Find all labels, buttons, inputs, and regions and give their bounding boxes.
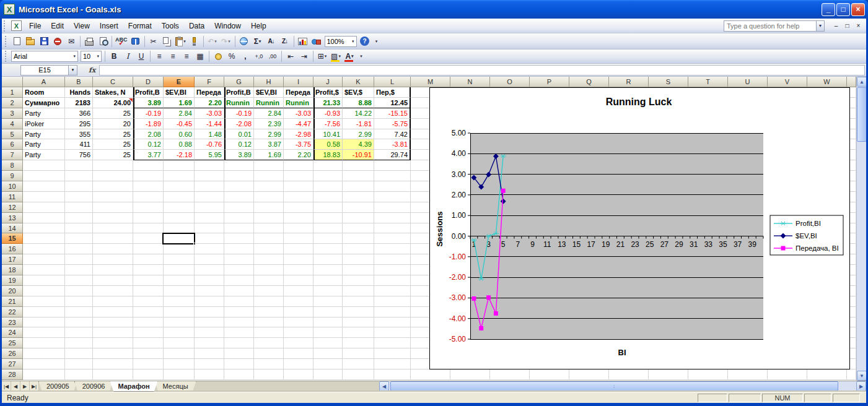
grid-cell[interactable]	[254, 327, 284, 338]
column-header-C[interactable]: C	[93, 77, 133, 87]
grid-cell[interactable]: Party	[23, 108, 65, 119]
grid-cell[interactable]	[313, 202, 343, 213]
grid-cell[interactable]	[224, 171, 254, 181]
row-header-13[interactable]: 13	[2, 213, 23, 223]
maximize-button[interactable]: □	[836, 3, 850, 16]
grid-cell[interactable]	[284, 202, 313, 213]
grid-cell[interactable]	[93, 286, 133, 296]
grid-cell[interactable]	[93, 317, 133, 328]
grid-cell[interactable]	[65, 296, 93, 307]
grid-cell[interactable]: -7.56	[313, 119, 343, 129]
grid-cell[interactable]: -15.15	[374, 108, 411, 119]
help-search-input[interactable]	[724, 20, 817, 32]
grid-cell[interactable]	[93, 369, 133, 380]
grid-cell[interactable]	[164, 317, 195, 328]
grid-cell[interactable]: -0.76	[195, 139, 224, 150]
minimize-button[interactable]: _	[822, 3, 835, 16]
zoom-select[interactable]: 100%▾	[325, 36, 357, 47]
dropdown-arrow-icon[interactable]: ▾	[214, 39, 217, 44]
grid-cell[interactable]	[65, 317, 93, 328]
grid-cell[interactable]: Hands	[65, 87, 93, 98]
hyperlink-button[interactable]	[237, 35, 251, 48]
grid-cell[interactable]: -0.19	[133, 108, 164, 119]
grid-cell[interactable]	[195, 348, 224, 359]
grid-cell[interactable]	[374, 307, 411, 317]
grid-cell[interactable]	[93, 171, 133, 181]
grid-cell[interactable]	[195, 359, 224, 369]
grid-cell[interactable]	[93, 181, 133, 192]
grid-cell[interactable]	[23, 296, 65, 307]
grid-cell[interactable]	[284, 223, 313, 234]
grid-cell[interactable]	[688, 369, 728, 380]
grid-cell[interactable]: 29.74	[374, 150, 411, 160]
format-painter-button[interactable]	[188, 35, 201, 48]
grid-cell[interactable]: 756	[65, 150, 93, 160]
font-name-select[interactable]: Arial▾	[11, 51, 78, 62]
doc-restore-button[interactable]: □	[842, 21, 853, 31]
column-header-B[interactable]: B	[65, 77, 93, 87]
grid-cell[interactable]	[284, 359, 313, 369]
grid-cell[interactable]: 355	[65, 129, 93, 140]
grid-cell[interactable]	[65, 192, 93, 202]
grid-cell[interactable]	[195, 275, 224, 286]
grid-cell[interactable]	[133, 223, 164, 234]
grid-cell[interactable]	[23, 223, 65, 234]
increase-indent-button[interactable]: ⇥	[297, 50, 311, 63]
row-header-28[interactable]: 28	[2, 369, 23, 380]
grid-cell[interactable]	[23, 192, 65, 202]
column-header-E[interactable]: E	[164, 77, 195, 87]
grid-cell[interactable]	[313, 296, 343, 307]
grid-cell[interactable]	[164, 160, 195, 171]
underline-button[interactable]: U	[134, 50, 148, 63]
grid-cell[interactable]	[133, 181, 164, 192]
grid-cell[interactable]: Party	[23, 150, 65, 160]
grid-cell[interactable]	[93, 233, 133, 244]
grid-cell[interactable]: Profit,B	[224, 87, 254, 98]
grid-cell[interactable]	[65, 181, 93, 192]
grid-cell[interactable]	[164, 181, 195, 192]
grid-cell[interactable]	[313, 213, 343, 223]
borders-button[interactable]: ⊞▾	[315, 50, 329, 63]
merge-center-button[interactable]: ▦	[193, 50, 207, 63]
grid-cell[interactable]	[374, 181, 411, 192]
grid-cell[interactable]	[343, 369, 374, 380]
column-header-H[interactable]: H	[254, 77, 284, 87]
grid-cell[interactable]	[374, 202, 411, 213]
grid-cell[interactable]	[133, 286, 164, 296]
grid-cell[interactable]	[224, 369, 254, 380]
toolbar-grip[interactable]	[4, 20, 7, 32]
toolbar-options-icon[interactable]: ▾	[373, 39, 380, 44]
dropdown-arrow-icon[interactable]: ▾	[351, 54, 354, 59]
grid-cell[interactable]	[93, 338, 133, 348]
grid-cell[interactable]	[284, 181, 313, 192]
grid-cell[interactable]: 1.69	[254, 150, 284, 160]
column-header-W[interactable]: W	[807, 77, 847, 87]
row-header-16[interactable]: 16	[2, 244, 23, 254]
grid-cell[interactable]	[313, 286, 343, 296]
grid-cell[interactable]	[374, 327, 411, 338]
row-header-17[interactable]: 17	[2, 254, 23, 265]
fill-color-button[interactable]: ▨▾	[329, 50, 343, 63]
grid-cell[interactable]: 4.39	[343, 139, 374, 150]
currency-button[interactable]	[211, 50, 225, 63]
toolbar-options-icon[interactable]: ▾	[357, 54, 365, 59]
column-header-I[interactable]: I	[284, 77, 313, 87]
grid-cell[interactable]: -0.93	[313, 108, 343, 119]
grid-cell[interactable]	[195, 244, 224, 254]
grid-cell[interactable]	[65, 359, 93, 369]
grid-cell[interactable]	[133, 192, 164, 202]
grid-cell[interactable]	[313, 254, 343, 265]
grid-cell[interactable]: 2.39	[254, 119, 284, 129]
grid-cell[interactable]	[313, 327, 343, 338]
grid-cell[interactable]	[284, 317, 313, 328]
grid-cell[interactable]	[195, 254, 224, 265]
grid-cell[interactable]	[93, 244, 133, 254]
grid-cell[interactable]: 12.45	[374, 98, 411, 108]
grid-cell[interactable]	[164, 244, 195, 254]
row-header-15[interactable]: 15	[2, 233, 23, 244]
grid-cell[interactable]: 8.88	[343, 98, 374, 108]
column-header-J[interactable]: J	[313, 77, 343, 87]
row-header-1[interactable]: 1	[2, 87, 23, 98]
column-header-P[interactable]: P	[530, 77, 569, 87]
tab-scroll-next-icon[interactable]: ▶	[20, 381, 30, 392]
